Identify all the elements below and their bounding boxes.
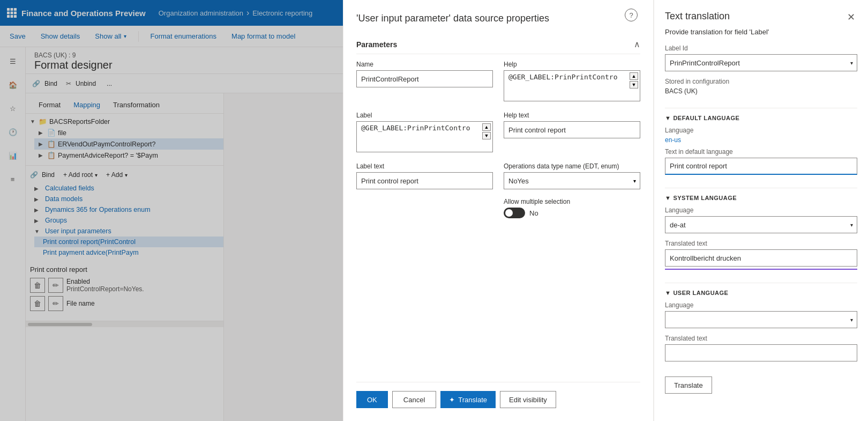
help-text-label: Help text — [504, 112, 640, 119]
user-collapse-icon[interactable]: ▼ — [665, 290, 671, 296]
label-arrow-down-icon[interactable]: ▼ — [482, 132, 491, 139]
parameters-title: Parameters — [356, 40, 397, 49]
help-label: Help — [504, 61, 640, 68]
operations-col: Operations data type name (EDT, enum) No… — [504, 163, 640, 189]
section-divider-3 — [665, 283, 857, 283]
default-language-section-title: ▼ DEFAULT LANGUAGE — [665, 115, 857, 121]
ok-button[interactable]: OK — [356, 391, 388, 408]
translated-underline — [665, 269, 857, 270]
label-helptext-row: Label @GER_LABEL:PrinPrintContro ▲ ▼ Hel… — [356, 112, 640, 154]
label-text-operations-row: Label text Operations data type name (ED… — [356, 163, 640, 189]
operations-select-container: NoYes ▾ — [504, 172, 640, 189]
help-textarea[interactable]: @GER_LABEL:PrinPrintContro — [504, 70, 640, 101]
user-lang-dropdown-container: ▾ — [665, 311, 857, 328]
modal-footer: OK Cancel ✦ Translate Edit visibility — [356, 382, 640, 408]
label-text-col: Label text — [356, 163, 493, 189]
label-id-dropdown[interactable]: PrinPrintControlReport — [665, 54, 857, 71]
name-label: Name — [356, 61, 493, 68]
default-lang-link[interactable]: en-us — [665, 136, 857, 144]
panel-close-button[interactable]: ✕ — [844, 11, 857, 24]
label-arrow-up-icon[interactable]: ▲ — [482, 123, 491, 131]
arrow-down-icon[interactable]: ▼ — [630, 81, 638, 88]
sys-collapse-icon[interactable]: ▼ — [665, 195, 671, 201]
toggle-label: No — [529, 209, 538, 217]
label-textarea[interactable]: @GER_LABEL:PrinPrintContro — [356, 121, 493, 152]
allow-multiple-row: Allow multiple selection No — [356, 198, 640, 218]
user-lang-label: Language — [665, 301, 857, 309]
panel-header: Text translation ✕ — [665, 11, 857, 24]
toggle-knob — [505, 209, 513, 217]
translate-button[interactable]: ✦ Translate — [440, 391, 496, 408]
name-input[interactable] — [356, 70, 493, 87]
modal-dialog: 'User input parameter' data source prope… — [343, 0, 654, 421]
help-text-input[interactable] — [504, 121, 640, 138]
allow-multiple-label: Allow multiple selection — [504, 198, 640, 205]
panel-subtitle: Provide translation for field 'Label' — [665, 28, 857, 36]
help-icon[interactable]: ? — [625, 9, 638, 21]
label-col: Label @GER_LABEL:PrinPrintContro ▲ ▼ — [356, 112, 493, 154]
system-lang-label: Language — [665, 206, 857, 214]
allow-multiple-col — [356, 198, 493, 218]
modal-title: 'User input parameter' data source prope… — [356, 13, 640, 24]
user-translated-label: Translated text — [665, 335, 857, 342]
section-divider-1 — [665, 108, 857, 108]
allow-multiple-toggle[interactable] — [504, 208, 525, 218]
text-default-input[interactable] — [665, 158, 857, 175]
textarea-arrows: ▲ ▼ — [630, 72, 638, 88]
label-label: Label — [356, 112, 493, 119]
text-default-label: Text in default language — [665, 148, 857, 156]
user-lang-dropdown[interactable] — [665, 311, 857, 328]
default-lang-label: Language — [665, 127, 857, 134]
label-id-dropdown-container: PrinPrintControlReport ▾ — [665, 54, 857, 71]
name-help-row: Name Help @GER_LABEL:PrinPrintContro ▲ ▼ — [356, 61, 640, 103]
label-text-input[interactable] — [356, 172, 493, 189]
name-col: Name — [356, 61, 493, 103]
translated-text-input[interactable] — [665, 249, 857, 267]
translation-panel: Text translation ✕ Provide translation f… — [654, 0, 868, 421]
label-textarea-container: @GER_LABEL:PrinPrintContro ▲ ▼ — [356, 121, 493, 154]
stored-in-value: BACS (UK) — [665, 87, 857, 95]
parameters-accordion[interactable]: Parameters ∧ — [356, 35, 640, 54]
system-lang-dropdown-container: de-at ▾ — [665, 216, 857, 233]
section-divider-2 — [665, 188, 857, 188]
panel-title: Text translation — [665, 11, 730, 22]
label-textarea-arrows: ▲ ▼ — [482, 123, 491, 139]
cancel-button[interactable]: Cancel — [392, 391, 436, 408]
help-textarea-container: @GER_LABEL:PrinPrintContro ▲ ▼ — [504, 70, 640, 103]
user-language-section-title: ▼ USER LANGUAGE — [665, 290, 857, 296]
stored-in-label: Stored in configuration — [665, 78, 857, 85]
system-lang-dropdown[interactable]: de-at — [665, 216, 857, 233]
edit-visibility-button[interactable]: Edit visibility — [500, 391, 556, 408]
system-language-section-title: ▼ SYSTEM LANGUAGE — [665, 195, 857, 201]
help-col: Help @GER_LABEL:PrinPrintContro ▲ ▼ — [504, 61, 640, 103]
rp-translate-button[interactable]: Translate — [665, 376, 712, 394]
user-translated-input[interactable] — [665, 344, 857, 361]
arrow-up-icon[interactable]: ▲ — [630, 72, 638, 80]
label-id-label: Label Id — [665, 45, 857, 52]
toggle-row: No — [504, 208, 640, 218]
collapse-icon[interactable]: ▼ — [665, 115, 671, 121]
translated-text-label: Translated text — [665, 240, 857, 247]
help-text-col: Help text — [504, 112, 640, 154]
translate-icon: ✦ — [449, 396, 455, 404]
toggle-col: Allow multiple selection No — [504, 198, 640, 218]
operations-select[interactable]: NoYes — [504, 172, 640, 189]
parameters-chevron-icon: ∧ — [634, 39, 640, 49]
operations-label: Operations data type name (EDT, enum) — [504, 163, 640, 170]
label-text-label: Label text — [356, 163, 493, 170]
